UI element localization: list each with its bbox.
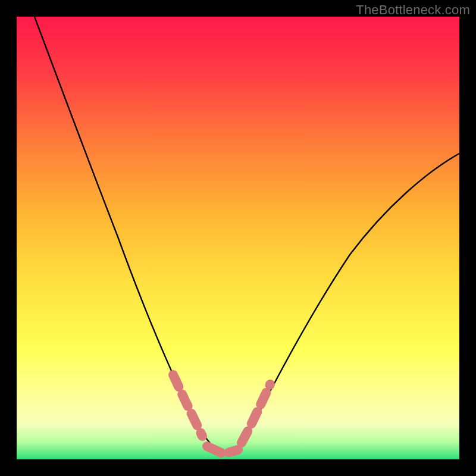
gradient-background <box>17 17 459 459</box>
watermark-text: TheBottleneck.com <box>356 2 470 18</box>
chart-svg <box>17 17 459 459</box>
chart-frame <box>17 17 459 459</box>
